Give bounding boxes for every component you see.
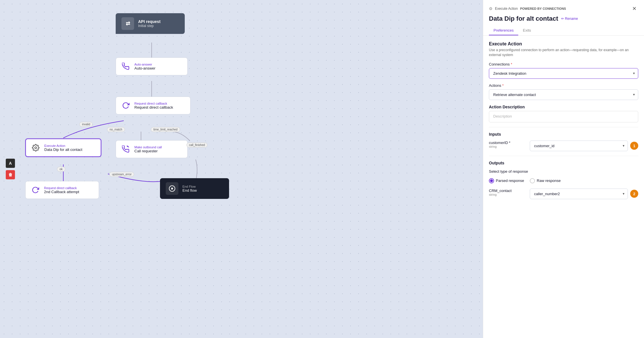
callback2-type: Request direct callback [44,186,79,190]
callback2-text: Request direct callback 2nd Callback att… [44,186,79,194]
panel-body: Execute Action Use a preconfigured conne… [483,36,644,205]
outbound-node[interactable]: Make outbound call Call requester [116,140,188,158]
api-icon: ⇄ [121,17,134,30]
panel-execute-label: Execute Action [495,7,518,11]
crm-select[interactable]: caller_number2 [530,189,628,199]
panel-header-top: ⚙ Execute Action Powered by CONNECTIONS … [489,5,638,13]
invalid-pill: invalid [79,122,93,127]
api-node-text: API request Initial step [138,19,161,28]
api-node[interactable]: ⇄ API request Initial step [116,13,185,34]
actions-field: Actions * Retrieve alternate contact ▾ [489,83,638,100]
crm-contact-row: CRM_contact string caller_number2 ▾ 2 [489,189,638,199]
response-type-label: Select type of response [489,169,638,174]
customerid-control: customer_id ▾ 1 [530,141,638,151]
crm-select-wrapper: caller_number2 ▾ [530,189,628,199]
panel-header-meta: ⚙ Execute Action Powered by CONNECTIONS [489,6,566,11]
actions-label: Actions * [489,83,638,88]
delete-tool-button[interactable]: 🗑 [6,170,15,179]
api-node-type: API request [138,19,161,24]
close-button[interactable]: ✕ [630,5,638,13]
customerid-label-col: customerID * string [489,141,526,148]
crm-name: CRM_contact [489,189,526,193]
customerid-name: customerID * [489,141,526,145]
callback1-text: Request direct callback Request direct c… [134,102,173,110]
customerid-row: customerID * string customer_id ▾ 1 [489,141,638,151]
panel-title: Data Dip for alt contact [489,15,558,22]
callback1-name: Request direct callback [134,105,173,110]
connections-svg [0,0,483,338]
sidebar-tools: A 🗑 [6,159,15,179]
execute-section-desc: Use a preconfigured connection to perfor… [489,48,638,57]
autoanswer-icon [121,61,131,72]
panel-title-row: Data Dip for alt contact ✏ Rename [489,15,638,22]
powered-by: Powered by CONNECTIONS [520,7,566,10]
panel-header: ⚙ Execute Action Powered by CONNECTIONS … [483,0,644,36]
autoanswer-name: Auto-answer [134,66,155,70]
outbound-text: Make outbound call Call requester [134,145,162,153]
action-desc-field: Action Description Description [489,105,638,122]
execute-icon [31,143,41,153]
callback1-icon [121,100,131,111]
action-desc-input[interactable]: Description [489,111,638,122]
callback1-node[interactable]: Request direct callback Request direct c… [116,97,190,114]
customerid-select-wrapper: customer_id ▾ [530,141,628,151]
outputs-label: Outputs [489,161,638,165]
connections-required: * [511,62,512,66]
gear-icon: ⚙ [489,6,493,11]
parsed-radio-icon [489,178,494,183]
connections-label: Connections * [489,62,638,66]
callback2-node[interactable]: Request direct callback 2nd Callback att… [25,181,99,199]
endflow-text: End Flow End flow [182,185,197,193]
tab-exits[interactable]: Exits [518,26,536,35]
endflow-node[interactable]: End Flow End flow [160,178,229,199]
outbound-name: Call requester [134,149,162,153]
callback2-icon [30,185,41,195]
crm-badge: 2 [630,190,638,198]
autoanswer-text: Auto-answer Auto-answer [134,63,155,70]
text-tool-button[interactable]: A [6,159,15,168]
actions-select[interactable]: Retrieve alternate contact [489,89,638,100]
parsed-response-option[interactable]: Parsed response [489,178,524,183]
execute-node[interactable]: Execute Action Data Dip for alt contact [25,139,101,157]
flow-canvas: ⇄ API request Initial step Auto-answer A… [0,0,483,338]
autoanswer-type: Auto-answer [134,63,155,66]
outputs-section: Outputs Select type of response Parsed r… [489,161,638,199]
customerid-required: * [509,141,510,145]
connections-select[interactable]: Zendesk Integration [489,68,638,79]
autoanswer-node[interactable]: Auto-answer Auto-answer [116,57,188,75]
right-panel: ⚙ Execute Action Powered by CONNECTIONS … [483,0,644,338]
ok-pill: ok [57,167,65,172]
tab-preferences[interactable]: Preferences [489,26,518,35]
time-limit-pill: time_limit_reached [151,127,180,132]
no-match-pill: no_match [107,127,125,132]
crm-label-col: CRM_contact string [489,189,526,196]
svg-point-4 [35,147,37,149]
action-desc-label: Action Description [489,105,638,109]
crm-type: string [489,193,526,196]
execute-text: Execute Action Data Dip for alt contact [44,144,82,152]
api-node-name: Initial step [138,24,161,28]
outbound-type: Make outbound call [134,145,162,149]
response-radio-group: Parsed response Raw response [489,178,638,183]
raw-response-option[interactable]: Raw response [530,178,561,183]
divider1 [489,127,638,127]
panel-tabs: Preferences Exits [489,26,638,35]
endflow-name: End flow [182,188,197,193]
divider2 [489,156,638,156]
connections-field: Connections * Zendesk Integration ▾ [489,62,638,79]
inputs-section: Inputs customerID * string customer_id ▾ [489,132,638,151]
execute-section-title: Execute Action [489,41,638,47]
execute-name: Data Dip for alt contact [44,147,82,152]
customerid-select[interactable]: customer_id [530,141,628,151]
brand-name: CONNECTIONS [543,7,566,10]
upstream-error-pill: upstream_error [109,172,134,177]
call-finished-pill: call_finished [186,143,207,147]
callback1-type: Request direct callback [134,102,173,105]
crm-control: caller_number2 ▾ 2 [530,189,638,199]
endflow-type: End Flow [182,185,197,188]
execute-section: Execute Action Use a preconfigured conne… [489,41,638,57]
rename-button[interactable]: ✏ Rename [561,17,578,21]
actions-required: * [502,83,504,88]
connections-select-wrapper: Zendesk Integration ▾ [489,68,638,79]
endflow-icon [166,182,178,195]
